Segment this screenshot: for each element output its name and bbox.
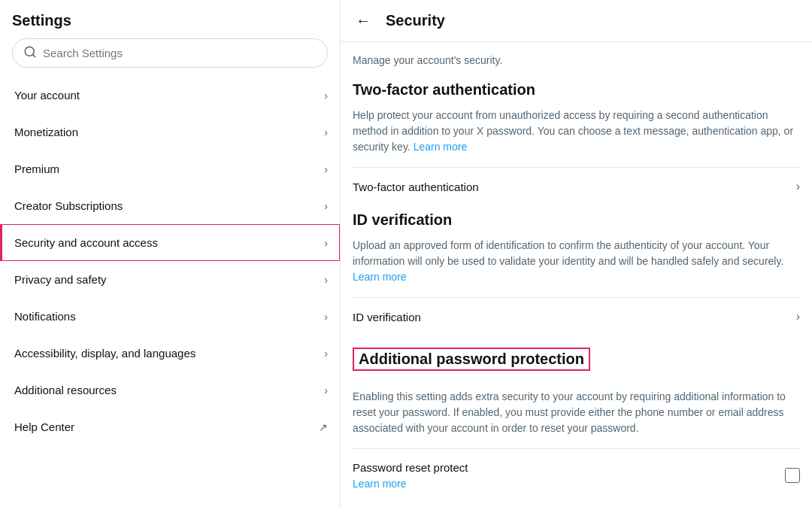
back-button[interactable]: ← bbox=[353, 9, 374, 32]
chevron-right-icon: › bbox=[324, 163, 328, 175]
chevron-right-icon: › bbox=[324, 274, 328, 286]
password-reset-learn-more-link[interactable]: Learn more bbox=[353, 478, 407, 490]
sidebar-item-premium[interactable]: Premium › bbox=[0, 150, 340, 187]
chevron-right-icon: › bbox=[796, 310, 800, 323]
sidebar-item-notifications[interactable]: Notifications › bbox=[0, 298, 340, 335]
search-input[interactable] bbox=[43, 47, 317, 59]
sidebar-item-additional-resources[interactable]: Additional resources › bbox=[0, 372, 340, 408]
additional-password-heading: Additional password protection bbox=[353, 348, 590, 371]
section-subtitle: Manage your account's security. bbox=[353, 54, 800, 66]
id-verification-learn-more-link[interactable]: Learn more bbox=[353, 271, 407, 283]
sidebar-item-your-account[interactable]: Your account › bbox=[0, 77, 340, 114]
sidebar-item-creator-subscriptions[interactable]: Creator Subscriptions › bbox=[0, 187, 340, 224]
two-factor-auth-row[interactable]: Two-factor authentication › bbox=[353, 167, 800, 205]
main-header: ← Security bbox=[341, 0, 812, 42]
sidebar-item-accessibility-display-languages[interactable]: Accessibility, display, and languages › bbox=[0, 335, 340, 372]
chevron-right-icon: › bbox=[324, 200, 328, 212]
sidebar-item-monetization[interactable]: Monetization › bbox=[0, 114, 340, 150]
back-arrow-icon: ← bbox=[356, 12, 371, 29]
sidebar-item-privacy-and-safety[interactable]: Privacy and safety › bbox=[0, 261, 340, 298]
sidebar-item-help-center[interactable]: Help Center ↗ bbox=[0, 408, 340, 445]
password-reset-label: Password reset protect bbox=[353, 461, 468, 474]
id-verification-row[interactable]: ID verification › bbox=[353, 297, 800, 335]
search-box[interactable] bbox=[12, 38, 328, 68]
external-link-icon: ↗ bbox=[319, 421, 328, 433]
sidebar-item-security-and-account-access[interactable]: Security and account access › bbox=[0, 224, 340, 261]
sidebar: Settings Your account › Monetization › P… bbox=[0, 0, 341, 507]
id-verification-heading: ID verification bbox=[353, 211, 800, 229]
chevron-right-icon: › bbox=[324, 348, 328, 360]
two-factor-description: Help protect your account from unauthori… bbox=[353, 108, 800, 155]
password-reset-info: Password reset protect Learn more bbox=[353, 461, 468, 490]
search-icon bbox=[23, 45, 37, 61]
password-reset-row[interactable]: Password reset protect Learn more bbox=[353, 448, 800, 496]
sidebar-nav-list: Your account › Monetization › Premium › … bbox=[0, 77, 340, 445]
chevron-right-icon: › bbox=[324, 90, 328, 102]
main-content: ← Security Manage your account's securit… bbox=[341, 0, 812, 507]
two-factor-heading: Two-factor authentication bbox=[353, 81, 800, 99]
chevron-right-icon: › bbox=[324, 311, 328, 323]
chevron-right-icon: › bbox=[324, 237, 328, 249]
two-factor-learn-more-link[interactable]: Learn more bbox=[414, 141, 468, 153]
chevron-right-icon: › bbox=[324, 384, 328, 396]
chevron-right-icon: › bbox=[796, 180, 800, 193]
id-verification-description: Upload an approved form of identificatio… bbox=[353, 238, 800, 285]
svg-line-1 bbox=[32, 54, 35, 56]
additional-password-section: Additional password protection bbox=[353, 342, 800, 380]
chevron-right-icon: › bbox=[324, 126, 328, 138]
page-title: Security bbox=[386, 12, 445, 29]
main-body: Manage your account's security. Two-fact… bbox=[341, 42, 812, 507]
additional-password-description: Enabling this setting adds extra securit… bbox=[353, 389, 800, 436]
password-reset-checkbox[interactable] bbox=[785, 468, 800, 483]
sidebar-title: Settings bbox=[0, 0, 340, 38]
